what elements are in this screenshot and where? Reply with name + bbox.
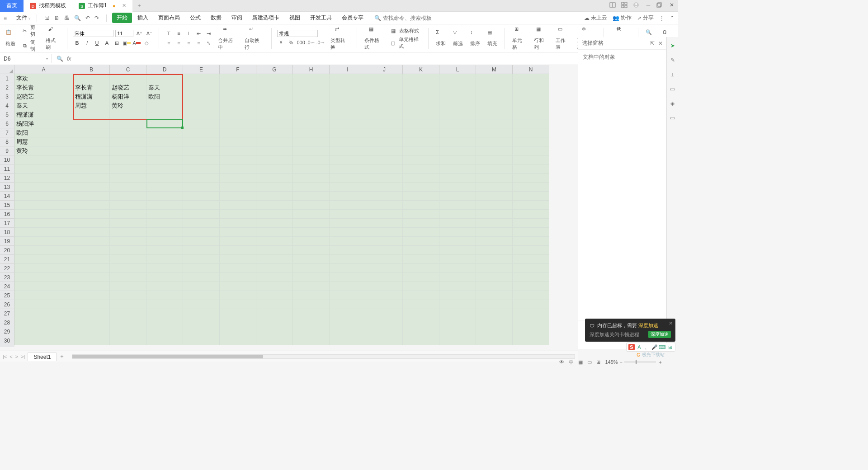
cell[interactable] xyxy=(439,174,476,183)
cell[interactable] xyxy=(403,282,439,291)
cell[interactable] xyxy=(513,74,549,83)
toast-action-button[interactable]: 深度加速 xyxy=(648,331,671,338)
cell[interactable] xyxy=(439,282,476,291)
collapse-icon[interactable]: ⌃ xyxy=(670,15,675,21)
cell[interactable] xyxy=(439,327,476,336)
cell[interactable] xyxy=(14,174,73,183)
filter-button[interactable]: ▽筛选 xyxy=(451,29,465,47)
cell[interactable] xyxy=(439,164,476,174)
rowcol-button[interactable]: ▦行和列 xyxy=(532,26,550,51)
ime-punct-icon[interactable]: 、 xyxy=(644,344,650,350)
cell[interactable] xyxy=(183,219,220,228)
align-left-icon[interactable]: ≡ xyxy=(165,39,173,47)
col-header[interactable]: M xyxy=(476,65,513,74)
cell[interactable] xyxy=(366,237,403,246)
cell[interactable] xyxy=(146,164,183,174)
row-header[interactable]: 23 xyxy=(0,273,14,282)
table-style-icon[interactable]: ▦ xyxy=(389,27,397,35)
cell[interactable] xyxy=(330,183,366,192)
layout-icon[interactable] xyxy=(609,2,617,8)
cell[interactable] xyxy=(513,183,549,192)
cell[interactable] xyxy=(146,137,183,146)
cell[interactable] xyxy=(220,192,256,201)
cell[interactable] xyxy=(220,101,256,110)
cell[interactable] xyxy=(14,201,73,210)
cell[interactable]: 杨阳洋 xyxy=(110,92,146,101)
cell[interactable] xyxy=(110,309,146,318)
cell[interactable] xyxy=(513,101,549,110)
cell[interactable] xyxy=(256,219,293,228)
cell[interactable] xyxy=(439,255,476,264)
cell[interactable] xyxy=(513,300,549,309)
cell[interactable] xyxy=(513,327,549,336)
cell[interactable] xyxy=(110,228,146,237)
ribbon-tab-7[interactable]: 视图 xyxy=(285,13,305,23)
cell[interactable] xyxy=(183,83,220,92)
style-icon[interactable]: ✎ xyxy=(669,56,677,64)
font-select[interactable] xyxy=(73,30,113,37)
cell[interactable]: 黄玲 xyxy=(110,101,146,110)
cell[interactable] xyxy=(293,282,330,291)
cell[interactable] xyxy=(403,101,439,110)
row-header[interactable]: 1 xyxy=(0,74,14,83)
cell[interactable] xyxy=(256,174,293,183)
cell[interactable] xyxy=(183,92,220,101)
cell[interactable] xyxy=(330,83,366,92)
cell[interactable] xyxy=(403,264,439,273)
share-button[interactable]: ↗分享 xyxy=(637,14,654,22)
ribbon-tab-8[interactable]: 开发工具 xyxy=(306,13,336,23)
cell[interactable] xyxy=(220,210,256,219)
cell[interactable] xyxy=(256,291,293,300)
pointer-icon[interactable]: ➤ xyxy=(669,42,677,50)
cell[interactable] xyxy=(110,237,146,246)
cell[interactable] xyxy=(513,264,549,273)
ribbon-tab-1[interactable]: 插入 xyxy=(133,13,153,23)
cell[interactable] xyxy=(14,291,73,300)
cell[interactable] xyxy=(73,110,110,119)
cell[interactable] xyxy=(293,119,330,128)
cell[interactable] xyxy=(366,164,403,174)
cell[interactable] xyxy=(366,273,403,282)
cell[interactable] xyxy=(183,327,220,336)
cell[interactable] xyxy=(183,273,220,282)
cell[interactable] xyxy=(146,101,183,110)
row-header[interactable]: 29 xyxy=(0,327,14,336)
cell[interactable] xyxy=(73,146,110,155)
row-header[interactable]: 11 xyxy=(0,164,14,174)
cell[interactable] xyxy=(256,192,293,201)
cell[interactable] xyxy=(220,164,256,174)
cell[interactable] xyxy=(293,74,330,83)
cell[interactable] xyxy=(513,219,549,228)
row-header[interactable]: 7 xyxy=(0,128,14,137)
cell[interactable] xyxy=(146,309,183,318)
tab-home[interactable]: 首页 xyxy=(0,0,24,12)
cell[interactable] xyxy=(110,210,146,219)
row-header[interactable]: 30 xyxy=(0,336,14,345)
col-header[interactable]: C xyxy=(110,65,146,74)
copy-icon[interactable]: ⧉ xyxy=(21,42,28,50)
cell[interactable] xyxy=(256,282,293,291)
cell[interactable] xyxy=(146,128,183,137)
cell[interactable] xyxy=(366,83,403,92)
search-fx-icon[interactable]: 🔍 xyxy=(57,56,63,62)
cell[interactable] xyxy=(183,174,220,183)
row-header[interactable]: 20 xyxy=(0,246,14,255)
cell[interactable] xyxy=(110,219,146,228)
cell[interactable] xyxy=(14,309,73,318)
cell[interactable] xyxy=(220,83,256,92)
cell[interactable] xyxy=(476,146,513,155)
cell[interactable] xyxy=(146,210,183,219)
cell[interactable] xyxy=(220,201,256,210)
cell[interactable] xyxy=(439,246,476,255)
cell[interactable] xyxy=(110,174,146,183)
cell[interactable] xyxy=(146,183,183,192)
cell[interactable] xyxy=(476,92,513,101)
cell[interactable] xyxy=(330,255,366,264)
select-all-corner[interactable] xyxy=(0,65,14,74)
cell[interactable] xyxy=(513,282,549,291)
cell[interactable]: 李长青 xyxy=(73,83,110,92)
cell[interactable] xyxy=(110,110,146,119)
type-convert[interactable]: ⇄类型转换 xyxy=(329,26,352,51)
align-justify-icon[interactable]: ≡ xyxy=(194,39,203,47)
dec-dec-icon[interactable]: .0→ xyxy=(317,38,325,47)
